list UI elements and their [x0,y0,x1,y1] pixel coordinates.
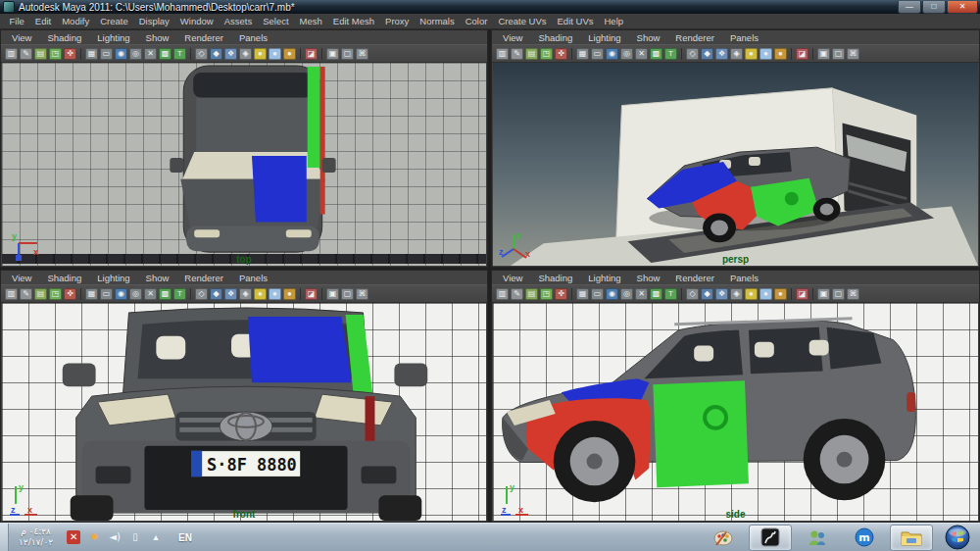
tray-alert-icon[interactable]: ✹ [87,530,101,544]
menu-item[interactable]: File [4,16,29,26]
menu-item[interactable]: Window [174,16,219,26]
taskbar-clock[interactable]: ٠٤:٢٨ م ١٢/١٧/٠٢ [19,526,53,548]
panel-menu-item[interactable]: View [495,32,530,43]
menu-item[interactable]: Create UVs [493,16,552,26]
taskbar-app-explorer[interactable] [890,525,933,551]
film-gate-icon[interactable]: ▭ [100,48,113,60]
textured-cube-icon[interactable]: ❖ [224,48,237,60]
pan-zoom-icon[interactable]: ✜ [64,48,76,60]
wireframe-cube-icon[interactable]: ◇ [686,48,699,60]
select-camera-icon[interactable]: ▥ [5,288,18,300]
viewport-toolbar-icon[interactable] [791,288,792,300]
panel-menu-item[interactable]: Panels [722,32,766,43]
pan-zoom-icon[interactable]: ✜ [64,288,76,300]
panel-menu-item[interactable]: View [495,273,530,283]
panel-menu-item[interactable]: Lighting [580,273,628,283]
pan-zoom-icon[interactable]: ✜ [555,288,567,300]
menu-item[interactable]: Edit [29,16,56,26]
panel-menu-item[interactable]: Show [629,32,668,43]
image-plane-icon[interactable]: ◳ [540,48,553,60]
camera-attributes-icon[interactable]: ✎ [511,48,523,60]
tray-clipboard-icon[interactable]: ▯ [128,530,142,544]
tray-hidden-icons-arrow[interactable]: ▴ [149,530,163,544]
frame-icon[interactable]: ▢ [832,48,845,60]
xray-icon[interactable]: ◪ [305,48,318,60]
share-view-icon[interactable]: ⌘ [847,48,859,60]
panel-menu-item[interactable]: Show [138,32,177,43]
camera-attributes-icon[interactable]: ✎ [511,288,523,300]
wire-on-shaded-icon[interactable]: ◈ [239,288,252,300]
xray-icon[interactable]: ◪ [796,48,808,60]
gate-mask-icon[interactable]: ◎ [129,288,142,300]
film-gate-icon[interactable]: ▭ [591,48,604,60]
wire-on-shaded-icon[interactable]: ◈ [730,48,743,60]
shaded-cube-icon[interactable]: ◆ [210,288,222,300]
menu-item[interactable]: Normals [415,16,460,26]
panel-menu-item[interactable]: Renderer [667,273,722,283]
xray-icon[interactable]: ◪ [796,288,808,300]
viewport-toolbar-icon[interactable] [681,48,682,60]
safe-title-icon[interactable]: T [664,288,677,300]
frame-icon[interactable]: ▢ [832,288,845,300]
resolution-gate-icon[interactable]: ◉ [115,288,127,300]
viewport-persp-canvas[interactable]: persp y x z [493,63,978,266]
menu-item[interactable]: Modify [57,16,95,26]
isolate-select-icon[interactable]: ▣ [326,288,339,300]
close-button[interactable]: ✕ [947,1,978,14]
shadows-icon[interactable]: ● [774,48,787,60]
menu-item[interactable]: Edit Mesh [327,16,379,26]
textured-cube-icon[interactable]: ❖ [715,288,728,300]
viewport-toolbar-icon[interactable] [190,48,191,60]
share-view-icon[interactable]: ⌘ [847,288,859,300]
panel-menu-item[interactable]: Renderer [176,273,231,283]
gate-mask-icon[interactable]: ◎ [129,48,142,60]
language-indicator[interactable]: EN [178,532,192,543]
image-plane-icon[interactable]: ◳ [540,288,553,300]
panel-menu-item[interactable]: Lighting [580,32,628,43]
isolate-select-icon[interactable]: ▣ [817,288,830,300]
field-chart-icon[interactable]: ✕ [635,48,648,60]
isolate-select-icon[interactable]: ▣ [817,48,830,60]
viewport-top-canvas[interactable]: top y x [2,63,486,266]
show-desktop-button[interactable] [0,524,9,551]
viewport-toolbar-icon[interactable] [190,288,191,300]
shaded-cube-icon[interactable]: ◆ [701,48,713,60]
shaded-cube-icon[interactable]: ◆ [701,288,713,300]
viewport-toolbar-icon[interactable] [571,288,572,300]
camera-attributes-icon[interactable]: ✎ [20,48,32,60]
select-camera-icon[interactable]: ▥ [5,48,18,60]
all-lights-icon[interactable]: ● [760,48,772,60]
all-lights-icon[interactable]: ● [760,288,772,300]
panel-menu-item[interactable]: Panels [722,273,766,283]
resolution-gate-icon[interactable]: ◉ [606,288,618,300]
menu-item[interactable]: Mesh [294,16,327,26]
shadows-icon[interactable]: ● [774,288,787,300]
resolution-gate-icon[interactable]: ◉ [606,48,618,60]
panel-menu-item[interactable]: Shading [39,273,89,283]
field-chart-icon[interactable]: ✕ [144,288,157,300]
frame-icon[interactable]: ▢ [341,288,354,300]
camera-attributes-icon[interactable]: ✎ [20,288,32,300]
viewport-front-canvas[interactable]: S·8F 8880 front y z x [2,303,486,521]
viewport-toolbar-icon[interactable] [812,48,813,60]
wireframe-cube-icon[interactable]: ◇ [195,48,208,60]
safe-title-icon[interactable]: T [173,288,186,300]
isolate-select-icon[interactable]: ▣ [326,48,339,60]
safe-title-icon[interactable]: T [173,48,186,60]
bookmark-view-icon[interactable]: ▤ [34,48,47,60]
gate-mask-icon[interactable]: ◎ [620,288,633,300]
viewport-toolbar-icon[interactable] [300,288,301,300]
wireframe-cube-icon[interactable]: ◇ [686,288,699,300]
panel-menu-item[interactable]: Shading [39,32,89,43]
wire-on-shaded-icon[interactable]: ◈ [239,48,252,60]
viewport-toolbar-icon[interactable] [321,288,322,300]
viewport-toolbar-icon[interactable] [300,48,301,60]
image-plane-icon[interactable]: ◳ [49,48,62,60]
viewport-toolbar-icon[interactable] [321,48,322,60]
bookmark-view-icon[interactable]: ▤ [525,288,538,300]
grid-icon[interactable]: ▦ [576,288,589,300]
textured-cube-icon[interactable]: ❖ [224,288,237,300]
panel-menu-item[interactable]: Lighting [89,32,137,43]
panel-menu-item[interactable]: Panels [231,273,275,283]
panel-menu-item[interactable]: View [4,32,39,43]
